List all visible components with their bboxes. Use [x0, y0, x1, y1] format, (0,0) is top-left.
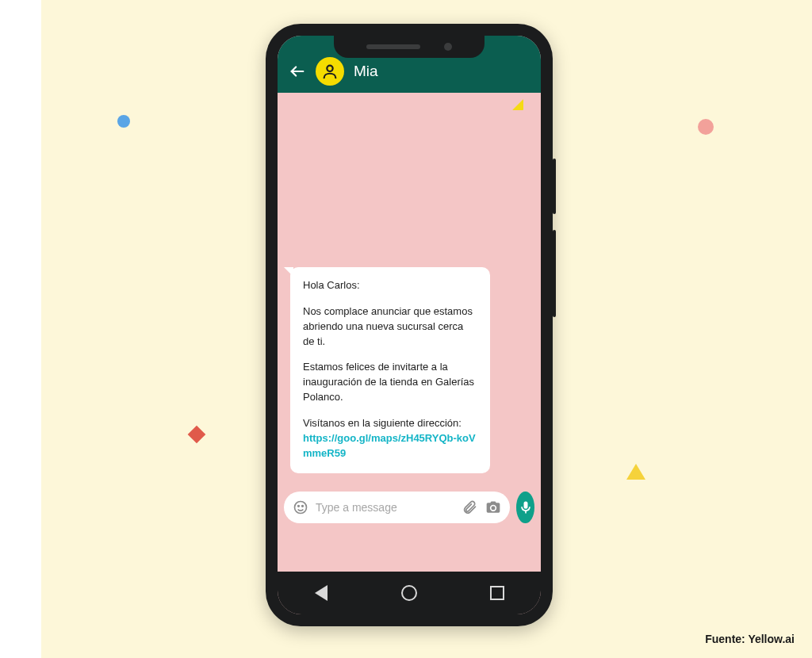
decor-blue-dot	[117, 115, 130, 128]
chat-body[interactable]: Hola Carlos: Nos complace anunciar que e…	[278, 93, 541, 572]
nav-home-icon[interactable]	[393, 577, 425, 609]
contact-avatar[interactable]	[316, 57, 344, 86]
android-nav-bar	[278, 572, 541, 614]
attachment-icon[interactable]	[461, 499, 478, 516]
nav-recent-icon[interactable]	[481, 577, 513, 609]
decor-yellow-triangle	[626, 464, 645, 480]
illustration-canvas: Fuente: Yellow.ai Mia Hola Ca	[0, 0, 812, 658]
message-paragraph-2: Estamos felices de invitarte a la inaugu…	[303, 360, 477, 405]
phone-notch	[334, 36, 485, 58]
svg-point-4	[302, 506, 304, 507]
incoming-message-bubble: Hola Carlos: Nos complace anunciar que e…	[290, 267, 490, 473]
message-input[interactable]	[316, 501, 454, 514]
phone-screen: Mia Hola Carlos: Nos complace anunciar q…	[278, 36, 541, 614]
message-greeting: Hola Carlos:	[303, 278, 477, 293]
mic-button[interactable]	[516, 492, 534, 523]
svg-point-2	[295, 502, 307, 514]
phone-side-button-1	[553, 159, 556, 214]
decor-red-diamond	[188, 426, 206, 444]
message-paragraph-1: Nos complace anunciar que estamos abrien…	[303, 304, 477, 350]
phone-frame: Mia Hola Carlos: Nos complace anunciar q…	[266, 24, 553, 626]
svg-point-3	[298, 506, 300, 507]
notch-camera	[444, 43, 452, 51]
svg-point-1	[327, 66, 332, 71]
back-arrow-icon[interactable]	[289, 63, 306, 80]
message-paragraph-3: Visítanos en la siguiente dirección: htt…	[303, 416, 477, 461]
phone-side-button-2	[553, 230, 556, 317]
emoji-icon[interactable]	[292, 499, 309, 516]
bg-doodle-icon	[512, 99, 523, 110]
message-input-pill	[284, 492, 510, 523]
notch-speaker	[366, 44, 420, 49]
left-white-strip	[0, 0, 41, 658]
contact-name[interactable]: Mia	[354, 63, 378, 80]
message-link[interactable]: https://goo.gl/maps/zH45RYQb-koVmmeR59	[303, 432, 476, 459]
message-link-prefix: Visítanos en la siguiente dirección:	[303, 417, 462, 429]
nav-back-icon[interactable]	[305, 577, 337, 609]
message-input-row	[284, 491, 534, 524]
camera-icon[interactable]	[485, 499, 502, 516]
source-credit: Fuente: Yellow.ai	[705, 633, 795, 645]
decor-pink-dot	[698, 119, 714, 135]
